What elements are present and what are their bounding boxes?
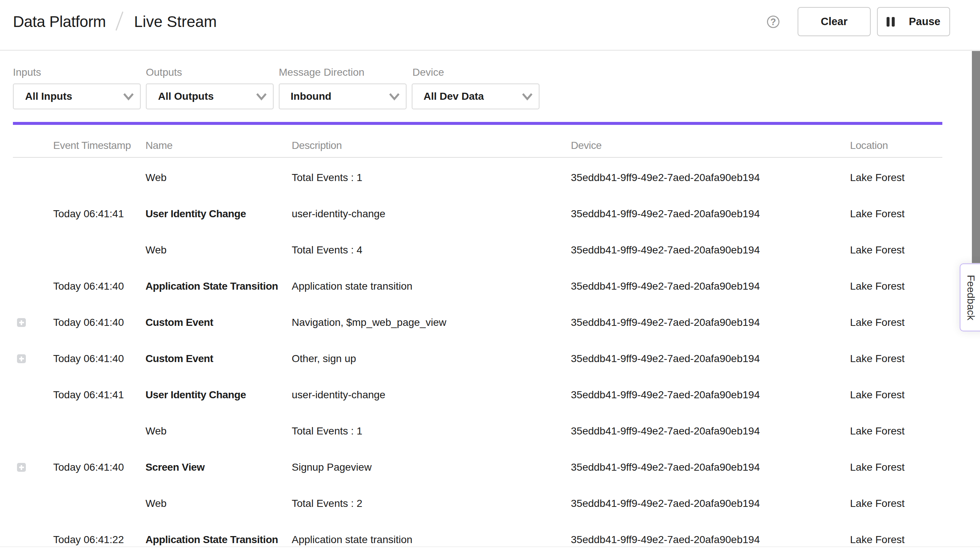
svg-text:?: ? [770, 17, 776, 27]
